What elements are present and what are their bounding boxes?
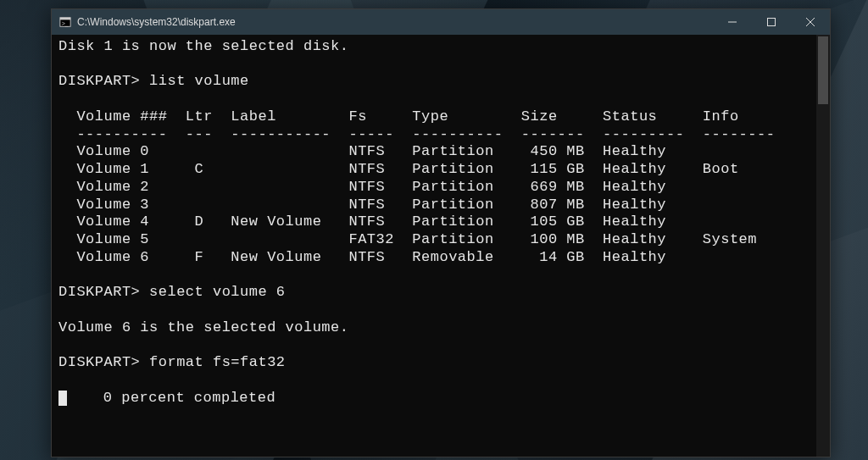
prompt: DISKPART> — [58, 73, 140, 89]
table-row: Volume 6 F New Volume NTFS Removable 14 … — [58, 249, 666, 265]
console-window: >_ C:\Windows\system32\diskpart.exe Disk… — [51, 8, 831, 457]
scrollbar[interactable] — [816, 35, 830, 457]
prompt: DISKPART> — [58, 354, 140, 370]
close-button[interactable] — [791, 9, 830, 35]
terminal-output[interactable]: Disk 1 is now the selected disk. DISKPAR… — [52, 35, 816, 457]
scrollbar-thumb[interactable] — [818, 36, 828, 104]
prompt: DISKPART> — [58, 284, 140, 300]
svg-rect-4 — [768, 19, 776, 26]
table-divider: ---------- --- ----------- ----- -------… — [58, 126, 775, 142]
command: format fs=fat32 — [149, 354, 286, 370]
table-row: Volume 0 NTFS Partition 450 MB Healthy — [58, 143, 666, 159]
command: list volume — [149, 73, 249, 89]
table-row: Volume 5 FAT32 Partition 100 MB Healthy … — [58, 231, 757, 247]
app-icon: >_ — [58, 15, 72, 29]
minimize-button[interactable] — [713, 9, 752, 35]
maximize-button[interactable] — [752, 9, 791, 35]
cursor — [58, 391, 67, 406]
command: select volume 6 — [149, 284, 286, 300]
table-header: Volume ### Ltr Label Fs Type Size Status… — [58, 108, 739, 125]
table-row: Volume 1 C NTFS Partition 115 GB Healthy… — [58, 161, 739, 177]
window-controls — [713, 9, 830, 35]
progress-line: 0 percent completed — [67, 390, 275, 406]
output-line: Disk 1 is now the selected disk. — [58, 38, 348, 54]
table-row: Volume 4 D New Volume NTFS Partition 105… — [58, 213, 666, 230]
window-title: C:\Windows\system32\diskpart.exe — [77, 16, 713, 28]
terminal-wrap: Disk 1 is now the selected disk. DISKPAR… — [52, 35, 830, 457]
svg-text:>_: >_ — [62, 20, 69, 27]
output-line: Volume 6 is the selected volume. — [58, 319, 348, 335]
titlebar[interactable]: >_ C:\Windows\system32\diskpart.exe — [52, 9, 830, 35]
table-row: Volume 3 NTFS Partition 807 MB Healthy — [58, 197, 666, 213]
table-row: Volume 2 NTFS Partition 669 MB Healthy — [58, 179, 666, 195]
